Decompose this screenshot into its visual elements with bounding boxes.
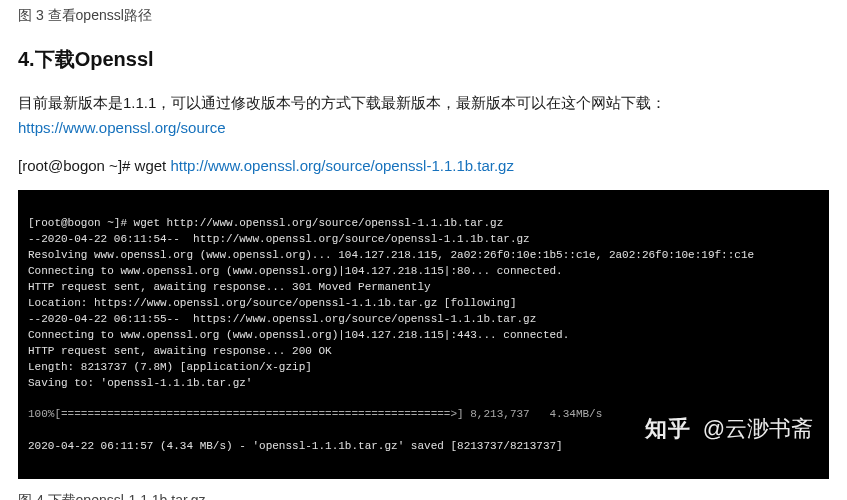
watermark-zhihu: 知乎 — [645, 413, 691, 445]
term-line: [root@bogon ~]# wget http://www.openssl.… — [28, 217, 503, 229]
openssl-source-link[interactable]: https://www.openssl.org/source — [18, 119, 226, 136]
section-4-intro: 目前最新版本是1.1.1，可以通过修改版本号的方式下载最新版本，最新版本可以在这… — [18, 90, 829, 141]
term-line: Location: https://www.openssl.org/source… — [28, 297, 516, 309]
wget-prefix: [root@bogon ~]# wget — [18, 157, 170, 174]
term-line: Connecting to www.openssl.org (www.opens… — [28, 265, 563, 277]
figure-4-caption: 图 4 下载openssl-1.1.1b.tar.gz — [18, 489, 829, 500]
wget-command-line: [root@bogon ~]# wget http://www.openssl.… — [18, 153, 829, 179]
term-line: Connecting to www.openssl.org (www.opens… — [28, 329, 569, 341]
term-line: --2020-04-22 06:11:55-- https://www.open… — [28, 313, 536, 325]
watermark: 知乎 @云渺书斋 — [645, 413, 813, 445]
terminal-output: [root@bogon ~]# wget http://www.openssl.… — [18, 190, 829, 479]
wget-url-link[interactable]: http://www.openssl.org/source/openssl-1.… — [170, 157, 514, 174]
term-line: Saving to: 'openssl-1.1.1b.tar.gz' — [28, 377, 252, 389]
intro-text: 目前最新版本是1.1.1，可以通过修改版本号的方式下载最新版本，最新版本可以在这… — [18, 94, 666, 111]
term-line: HTTP request sent, awaiting response... … — [28, 345, 332, 357]
figure-3-caption: 图 3 查看openssl路径 — [18, 4, 829, 28]
term-progress-bar: 100%[===================================… — [28, 408, 602, 420]
watermark-handle: @云渺书斋 — [703, 413, 813, 445]
term-line: 2020-04-22 06:11:57 (4.34 MB/s) - 'opens… — [28, 440, 563, 452]
term-line: --2020-04-22 06:11:54-- http://www.opens… — [28, 233, 530, 245]
term-line: Resolving www.openssl.org (www.openssl.o… — [28, 249, 754, 261]
term-line: Length: 8213737 (7.8M) [application/x-gz… — [28, 361, 312, 373]
section-4-heading: 4.下载Openssl — [18, 42, 829, 76]
term-line: HTTP request sent, awaiting response... … — [28, 281, 431, 293]
